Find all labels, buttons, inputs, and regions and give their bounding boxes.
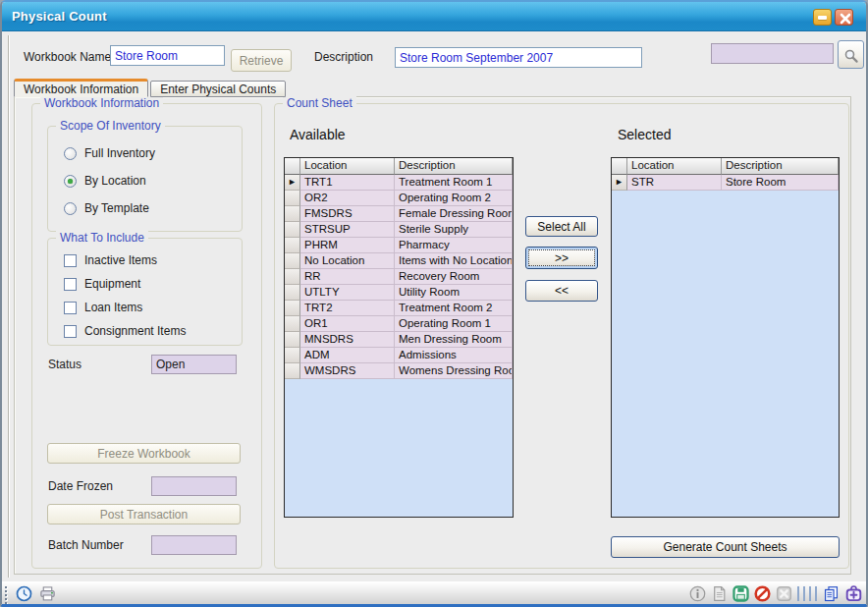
- scope-of-inventory-group: Scope Of Inventory Full Inventory By Loc…: [47, 126, 243, 232]
- table-row[interactable]: OR2 Operating Room 2: [285, 191, 513, 206]
- table-row[interactable]: STR Store Room: [612, 175, 839, 191]
- description-label: Description: [314, 50, 373, 64]
- tab[interactable]: Workbook Information: [14, 79, 148, 97]
- row-selector[interactable]: [285, 191, 300, 206]
- date-frozen-field: [151, 476, 237, 496]
- workbook-name-input[interactable]: [110, 45, 225, 66]
- radio-icon: [64, 202, 77, 215]
- tab[interactable]: Enter Physical Counts: [150, 81, 286, 97]
- select-all-button[interactable]: Select All: [525, 216, 598, 237]
- location-column-header[interactable]: Location: [627, 158, 722, 175]
- radio-option[interactable]: By Location: [64, 174, 155, 188]
- checkbox-option[interactable]: Consignment Items: [64, 324, 186, 338]
- retrieve-button[interactable]: Retrieve: [231, 49, 292, 72]
- description-column-header[interactable]: Description: [722, 158, 839, 175]
- workbook-information-group-title: Workbook Information: [40, 96, 163, 110]
- info-icon[interactable]: [689, 585, 706, 602]
- close-icon: [839, 12, 852, 26]
- batch-number-field: [151, 535, 237, 555]
- window-title: Physical Count: [12, 9, 107, 24]
- document-icon[interactable]: [711, 585, 728, 602]
- close-x-icon[interactable]: [776, 585, 792, 602]
- checkbox-option[interactable]: Inactive Items: [64, 253, 186, 267]
- selected-title: Selected: [618, 127, 671, 142]
- radio-option[interactable]: By Template: [64, 201, 155, 215]
- separator-bars: [797, 586, 817, 601]
- checkbox-icon: [64, 325, 77, 338]
- status-bar: [2, 581, 866, 604]
- table-row[interactable]: STRSUP Sterile Supply: [285, 222, 513, 238]
- left-splitter: [8, 35, 10, 578]
- batch-number-label: Batch Number: [48, 538, 124, 552]
- tab-strip: Workbook Information Enter Physical Coun…: [14, 79, 288, 97]
- move-right-button[interactable]: >>: [525, 247, 598, 269]
- medical-kit-icon[interactable]: [845, 585, 862, 602]
- checkbox-icon: [64, 278, 77, 291]
- freeze-workbook-button[interactable]: Freeze Workbook: [47, 443, 241, 464]
- workbook-name-label: Workbook Name: [24, 50, 111, 64]
- minimize-button[interactable]: [813, 9, 832, 26]
- scope-options: Full Inventory By Location By Template: [64, 146, 155, 229]
- available-title: Available: [290, 127, 346, 142]
- search-input[interactable]: [711, 43, 834, 64]
- description-column-header[interactable]: Description: [395, 158, 513, 175]
- radio-icon: [64, 175, 77, 188]
- toolbar-grip[interactable]: [5, 586, 7, 604]
- row-selector[interactable]: [285, 238, 300, 253]
- checkbox-option[interactable]: Loan Items: [64, 301, 186, 314]
- row-selector[interactable]: [285, 332, 300, 348]
- generate-count-sheets-button[interactable]: Generate Count Sheets: [611, 536, 840, 558]
- close-button[interactable]: [835, 9, 853, 26]
- checkbox-icon: [64, 254, 77, 267]
- count-sheet-group-title: Count Sheet: [283, 96, 356, 110]
- print-icon[interactable]: [39, 585, 56, 602]
- row-selector-header: [612, 158, 627, 175]
- table-row[interactable]: OR1 Operating Room 1: [285, 316, 513, 332]
- available-grid-header: Location Description: [285, 158, 513, 175]
- row-selector[interactable]: [285, 285, 300, 301]
- date-frozen-label: Date Frozen: [48, 479, 113, 493]
- include-options: Inactive Items Equipment Loan Items Cons…: [64, 253, 186, 348]
- search-button[interactable]: [838, 40, 864, 69]
- table-row[interactable]: RR Recovery Room: [285, 269, 513, 285]
- row-selector[interactable]: [285, 253, 300, 269]
- row-selector[interactable]: [285, 222, 300, 238]
- table-row[interactable]: MNSDRS Men Dressing Room: [285, 332, 513, 348]
- location-column-header[interactable]: Location: [300, 158, 395, 175]
- radio-option[interactable]: Full Inventory: [64, 146, 155, 160]
- physical-count-window: Physical Count Workbook Name Retrieve De…: [0, 0, 868, 607]
- clock-icon[interactable]: [16, 585, 32, 602]
- scope-group-title: Scope Of Inventory: [56, 119, 165, 133]
- selected-grid-header: Location Description: [612, 158, 839, 175]
- row-selector[interactable]: [285, 269, 300, 285]
- post-transaction-button[interactable]: Post Transaction: [47, 504, 241, 524]
- checkbox-option[interactable]: Equipment: [64, 277, 186, 291]
- row-selector[interactable]: [285, 363, 300, 379]
- copy-icon[interactable]: [823, 585, 840, 602]
- description-input[interactable]: [395, 47, 642, 68]
- table-row[interactable]: WMSDRS Womens Dressing Room: [285, 363, 513, 379]
- cancel-icon[interactable]: [754, 585, 771, 602]
- row-selector-header: [285, 158, 300, 175]
- checkbox-icon: [64, 302, 77, 314]
- title-bar[interactable]: Physical Count: [2, 2, 866, 31]
- table-row[interactable]: No Location Items with No Location: [285, 253, 513, 269]
- table-row[interactable]: ADM Admissions: [285, 348, 513, 363]
- row-selector[interactable]: [285, 301, 300, 316]
- table-row[interactable]: TRT2 Treatment Room 2: [285, 301, 513, 316]
- table-row[interactable]: UTLTY Utility Room: [285, 285, 513, 301]
- row-selector[interactable]: [612, 175, 627, 191]
- save-icon[interactable]: [732, 585, 749, 602]
- selected-grid[interactable]: Location Description STR Store Room: [611, 157, 840, 518]
- row-selector[interactable]: [285, 206, 300, 222]
- row-selector[interactable]: [285, 348, 300, 363]
- table-row[interactable]: TRT1 Treatment Room 1: [285, 175, 513, 191]
- search-icon: [843, 48, 859, 64]
- status-field: [151, 355, 237, 374]
- available-grid[interactable]: Location Description TRT1 Treatment Room…: [284, 157, 514, 518]
- move-left-button[interactable]: <<: [525, 280, 598, 302]
- row-selector[interactable]: [285, 175, 300, 191]
- table-row[interactable]: FMSDRS Female Dressing Room: [285, 206, 513, 222]
- table-row[interactable]: PHRM Pharmacy: [285, 238, 513, 253]
- row-selector[interactable]: [285, 316, 300, 332]
